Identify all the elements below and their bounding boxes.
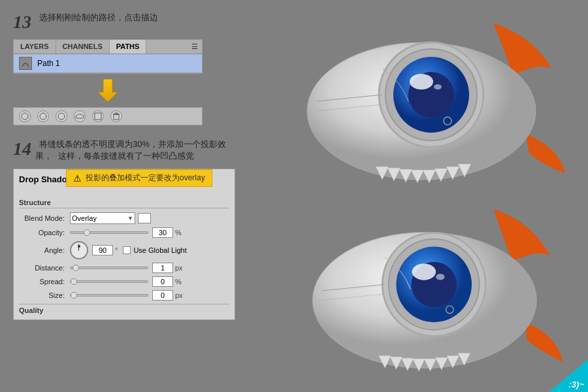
distance-unit: px [175, 264, 183, 272]
layers-panel: LAYERS CHANNELS PATHS ☰ Path 1 [13, 39, 203, 74]
color-swatch[interactable] [138, 213, 151, 223]
size-input[interactable] [152, 290, 173, 301]
warning-icon: ⚠ [73, 173, 82, 184]
svg-point-39 [436, 274, 444, 280]
toolbar-icon-3[interactable] [56, 110, 67, 122]
distance-row: Distance: px [19, 263, 229, 273]
step-13-description: 选择刚刚绘制的路径，点击描边 [39, 12, 158, 22]
step-13: 13 选择刚刚绘制的路径，点击描边 [13, 12, 242, 33]
size-label: Size: [19, 291, 65, 299]
angle-row: Angle: ° Use Global Light [19, 241, 229, 259]
svg-rect-7 [115, 113, 118, 114]
spread-row: Spread: % [19, 276, 229, 287]
robot-eye-bottom [271, 206, 572, 376]
blend-mode-row: Blend Mode: Overlay ▼ [19, 212, 229, 224]
blend-mode-label: Blend Mode: [19, 214, 65, 222]
quality-label: Quality [19, 304, 229, 314]
spread-slider[interactable] [70, 280, 148, 283]
svg-marker-0 [98, 79, 118, 102]
svg-point-1 [22, 113, 28, 120]
global-light-container: Use Global Light [123, 246, 186, 254]
blend-mode-select[interactable]: Overlay ▼ [70, 212, 135, 224]
step-14-description-2: 这样，每条接缝就有了一种凹凸感觉 [58, 151, 194, 161]
layer-name-path1: Path 1 [37, 59, 60, 68]
opacity-unit: % [175, 229, 182, 237]
left-panel: 13 选择刚刚绘制的路径，点击描边 LAYERS CHANNELS PATHS … [0, 0, 255, 392]
opacity-input[interactable] [152, 227, 173, 238]
spread-input[interactable] [152, 276, 173, 287]
svg-point-38 [412, 264, 436, 280]
tab-layers[interactable]: LAYERS [14, 40, 56, 54]
svg-point-22 [410, 74, 433, 90]
size-slider[interactable] [70, 294, 148, 297]
distance-slider[interactable] [70, 267, 148, 269]
opacity-slider-thumb[interactable] [84, 229, 90, 236]
svg-point-3 [58, 113, 65, 120]
toolbar-bar [13, 107, 203, 125]
warning-text: 投影的叠加模式一定要改为overlay [86, 172, 205, 184]
distance-label: Distance: [19, 264, 65, 272]
svg-rect-4 [95, 113, 101, 120]
robot-eye-top [271, 16, 572, 186]
panel-menu-icon[interactable]: ☰ [188, 40, 202, 54]
layer-thumbnail [19, 57, 32, 70]
angle-dial[interactable] [70, 241, 88, 259]
step-14: 14 将缝线条的透不明度调为30%，并添加一个投影效果， 这样，每条接缝就有了一… [13, 139, 242, 162]
angle-label: Angle: [19, 246, 65, 254]
toolbar-icon-square[interactable] [92, 110, 104, 122]
right-panel [255, 0, 588, 392]
svg-rect-5 [114, 114, 119, 120]
toolbar-icon-trash[interactable] [110, 110, 122, 122]
global-light-checkbox[interactable] [123, 246, 131, 254]
drop-shadow-panel: ⚠ 投影的叠加模式一定要改为overlay Drop Shadow Struct… [13, 169, 235, 320]
toolbar-icon-2[interactable] [37, 110, 49, 122]
angle-unit: ° [115, 246, 118, 254]
opacity-slider[interactable] [70, 231, 148, 234]
opacity-row: Opacity: % [19, 227, 229, 238]
step-13-number: 13 [13, 12, 31, 33]
tab-channels[interactable]: CHANNELS [56, 40, 110, 54]
blend-mode-value: Overlay [72, 214, 97, 222]
layer-row-path1[interactable]: Path 1 [14, 54, 202, 73]
distance-input[interactable] [152, 263, 173, 273]
size-unit: px [175, 291, 183, 299]
global-light-label: Use Global Light [133, 246, 186, 254]
step-14-number: 14 [13, 139, 31, 159]
layers-tabs: LAYERS CHANNELS PATHS ☰ [14, 40, 202, 54]
arrow-down [13, 79, 203, 102]
spread-label: Spread: [19, 278, 65, 286]
svg-point-23 [434, 84, 442, 90]
svg-point-8 [78, 245, 80, 248]
opacity-label: Opacity: [19, 229, 65, 237]
blend-arrow-icon: ▼ [127, 215, 133, 221]
distance-slider-thumb[interactable] [73, 265, 79, 271]
tab-paths[interactable]: PATHS [110, 40, 147, 54]
size-slider-thumb[interactable] [71, 292, 77, 299]
size-row: Size: px [19, 290, 229, 301]
angle-input[interactable] [92, 245, 113, 255]
svg-point-2 [40, 113, 46, 120]
toolbar-icon-cloud[interactable] [74, 110, 86, 122]
toolbar-icon-1[interactable] [19, 110, 31, 122]
spread-unit: % [175, 278, 182, 286]
warning-banner: ⚠ 投影的叠加模式一定要改为overlay [66, 169, 212, 187]
spread-slider-thumb[interactable] [71, 278, 77, 285]
corner-text: :3)~ [569, 380, 584, 389]
structure-section: Structure [19, 199, 229, 208]
